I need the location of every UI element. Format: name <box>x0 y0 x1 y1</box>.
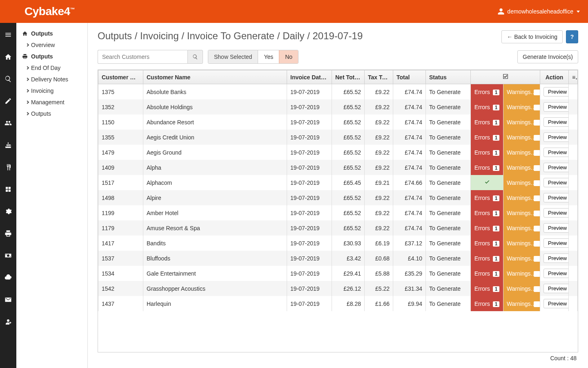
preview-button[interactable]: Preview <box>543 178 569 187</box>
users-icon[interactable] <box>0 116 16 130</box>
user-menu[interactable]: demowholesaleheadoffice <box>497 8 580 15</box>
errors-badge[interactable]: Errors 1 <box>471 190 503 205</box>
errors-badge[interactable]: Errors 1 <box>471 220 503 236</box>
preview-button[interactable]: Preview <box>543 117 569 127</box>
menu-icon[interactable] <box>0 28 16 42</box>
search-input[interactable] <box>98 50 187 64</box>
table-row[interactable]: 1375Absolute Banks19-07-2019£65.52£9.22£… <box>98 84 578 100</box>
sidebar-item-outputs[interactable]: Outputs <box>16 108 87 119</box>
table-row[interactable]: 1417Bandits19-07-2019£30.93£6.19£37.12To… <box>98 236 578 251</box>
warnings-badge[interactable]: Warnings 2 <box>503 205 540 220</box>
toggle-no[interactable]: No <box>279 50 298 64</box>
table-row[interactable]: 1534Gale Entertainment19-07-2019£29.41£5… <box>98 266 578 281</box>
th-total[interactable]: Total <box>393 70 426 84</box>
th-menu[interactable]: ≡ <box>569 70 578 84</box>
table-row[interactable]: 1537Bluffoods19-07-2019£3.42£0.68£4.10To… <box>98 251 578 266</box>
sidebar-item-management[interactable]: Management <box>16 96 87 108</box>
errors-badge[interactable]: Errors 1 <box>471 296 503 311</box>
errors-badge[interactable]: Errors 1 <box>471 251 503 266</box>
warnings-badge[interactable]: Warnings 2 <box>503 145 540 160</box>
table-row[interactable]: 1199Amber Hotel19-07-2019£65.52£9.22£74.… <box>98 205 578 220</box>
preview-button[interactable]: Preview <box>543 284 569 293</box>
errors-badge[interactable]: Errors 1 <box>471 84 503 100</box>
th-net-total[interactable]: Net Tota... <box>332 70 365 84</box>
table-row[interactable]: 1517Alphacom19-07-2019£65.45£9.21£74.66T… <box>98 175 578 190</box>
back-to-invoicing-button[interactable]: ← Back to Invoicing <box>501 30 563 43</box>
th-customer-name[interactable]: Customer Name <box>143 70 287 84</box>
errors-badge[interactable]: Errors 1 <box>471 281 503 296</box>
errors-badge[interactable]: Errors 1 <box>471 145 503 160</box>
errors-badge[interactable]: Errors 1 <box>471 99 503 114</box>
warnings-badge[interactable]: Warnings 2 <box>503 236 540 251</box>
table-row[interactable]: 1150Abundance Resort19-07-2019£65.52£9.2… <box>98 114 578 130</box>
table-row[interactable]: 1498Alpire19-07-2019£65.52£9.22£74.74To … <box>98 190 578 205</box>
th-customer-code[interactable]: Customer Co... <box>98 70 143 84</box>
cutlery-icon[interactable] <box>0 160 16 174</box>
warnings-badge[interactable]: Warnings 2 <box>503 99 540 114</box>
warnings-badge[interactable]: Warnings 2 <box>503 175 540 190</box>
help-button[interactable]: ? <box>566 30 578 43</box>
warnings-badge[interactable]: Warnings 2 <box>503 84 540 100</box>
preview-button[interactable]: Preview <box>543 269 569 278</box>
th-invoice-date[interactable]: Invoice Date ... <box>287 70 332 84</box>
warnings-badge[interactable]: Warnings 2 <box>503 266 540 281</box>
warnings-badge[interactable]: Warnings 2 <box>503 160 540 175</box>
envelope-icon[interactable] <box>0 293 16 307</box>
sidebar-section-outputs[interactable]: Outputs <box>16 51 87 62</box>
edit-icon[interactable] <box>0 94 16 108</box>
warnings-badge[interactable]: Warnings 2 <box>503 114 540 130</box>
preview-button[interactable]: Preview <box>543 87 569 96</box>
search-icon[interactable] <box>0 72 16 86</box>
user-add-icon[interactable] <box>0 315 16 329</box>
table-row[interactable]: 1542Grasshopper Acoustics19-07-2019£26.1… <box>98 281 578 296</box>
preview-button[interactable]: Preview <box>543 223 569 233</box>
cogs-icon[interactable] <box>0 204 16 218</box>
generate-invoices-button[interactable]: Generate Invoice(s) <box>517 50 578 63</box>
warnings-badge[interactable]: Warnings 2 <box>503 251 540 266</box>
th-tax-total[interactable]: Tax Tot... <box>365 70 393 84</box>
sidebar-item-invoicing[interactable]: Invoicing <box>16 85 87 96</box>
table-row[interactable]: 1179Amuse Resort & Spa19-07-2019£65.52£9… <box>98 220 578 236</box>
cloud-download-icon[interactable] <box>0 271 16 285</box>
sidebar-item-overview[interactable]: Overview <box>16 39 87 51</box>
table-row[interactable]: 1409Alpha19-07-2019£65.52£9.22£74.74To G… <box>98 160 578 175</box>
th-select-all[interactable] <box>471 70 540 84</box>
errors-badge[interactable]: Errors 1 <box>471 130 503 145</box>
table-row[interactable]: 1355Aegis Credit Union19-07-2019£65.52£9… <box>98 130 578 145</box>
sidebar-section-outputs-top[interactable]: Outputs <box>16 28 87 39</box>
preview-button[interactable]: Preview <box>543 163 569 172</box>
print-icon[interactable] <box>0 227 16 240</box>
boxes-icon[interactable] <box>0 182 16 196</box>
preview-button[interactable]: Preview <box>543 254 569 263</box>
cash-icon[interactable] <box>0 249 16 263</box>
th-status[interactable]: Status <box>426 70 471 84</box>
preview-button[interactable]: Preview <box>543 102 569 112</box>
preview-button[interactable]: Preview <box>543 132 569 142</box>
preview-button[interactable]: Preview <box>543 208 569 218</box>
cake-icon[interactable] <box>0 138 16 152</box>
preview-button[interactable]: Preview <box>543 238 569 248</box>
table-row[interactable]: 1352Absolute Holdings19-07-2019£65.52£9.… <box>98 99 578 114</box>
errors-badge[interactable]: Errors 1 <box>471 266 503 281</box>
errors-badge[interactable]: Errors 1 <box>471 114 503 130</box>
warnings-badge[interactable]: Warnings 2 <box>503 296 540 311</box>
search-button[interactable] <box>187 50 203 64</box>
table-row[interactable]: 1437Harlequin19-07-2019£8.28£1.66£9.94To… <box>98 296 578 311</box>
errors-badge[interactable]: Errors 1 <box>471 236 503 251</box>
table-row[interactable]: 1479Aegis Ground19-07-2019£65.52£9.22£74… <box>98 145 578 160</box>
home-icon[interactable] <box>0 50 16 64</box>
errors-badge[interactable]: Errors 1 <box>471 160 503 175</box>
errors-badge[interactable]: Errors 1 <box>471 205 503 220</box>
preview-button[interactable]: Preview <box>543 299 569 308</box>
cell-action: Preview <box>540 84 569 100</box>
warnings-badge[interactable]: Warnings 2 <box>503 281 540 296</box>
warnings-badge[interactable]: Warnings 2 <box>503 130 540 145</box>
th-action[interactable]: Action <box>540 70 569 84</box>
warnings-badge[interactable]: Warnings 2 <box>503 220 540 236</box>
warnings-badge[interactable]: Warnings 2 <box>503 190 540 205</box>
sidebar-item-end-of-day[interactable]: End Of Day <box>16 62 87 74</box>
preview-button[interactable]: Preview <box>543 148 569 157</box>
toggle-yes[interactable]: Yes <box>258 50 279 63</box>
sidebar-item-delivery-notes[interactable]: Delivery Notes <box>16 74 87 85</box>
preview-button[interactable]: Preview <box>543 193 569 202</box>
